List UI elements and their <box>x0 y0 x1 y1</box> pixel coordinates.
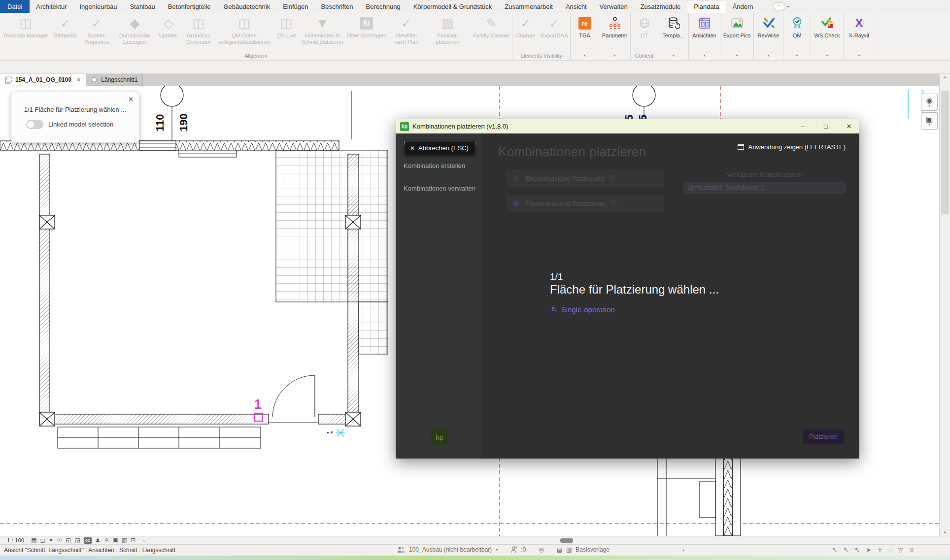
change-button[interactable]: ✓Change <box>512 13 539 52</box>
tab-zusammenarbeit[interactable]: Zusammenarbeit <box>498 0 559 13</box>
tab-zusatzmodule[interactable]: Zusatzmodule <box>634 0 687 13</box>
dialog-titlebar[interactable]: kp Kombinationen platzieren (v1.8.0) – □… <box>396 119 859 133</box>
family-cleaner-button[interactable]: ✎Family Cleaner <box>471 13 512 52</box>
scale-button[interactable]: 1 : 100 <box>7 537 24 543</box>
grundriss-generator-button[interactable]: ◫Grundriss Generator <box>182 13 215 52</box>
collapse-bar-icon[interactable]: ‹ <box>143 537 145 543</box>
view-tab-plan[interactable]: 154_A_01_OG_0100 ✕ <box>0 74 86 86</box>
combination-list-item[interactable]: Lichtschalter_Steckdosen_2 <box>683 182 846 194</box>
tab-gebaeudetechnik[interactable]: Gebäudetechnik <box>217 0 276 13</box>
select-pinned-icon[interactable]: ↖ <box>854 546 860 554</box>
sun-path-icon[interactable]: ✶ <box>48 537 53 544</box>
tab-berechnung[interactable]: Berechnung <box>360 0 407 13</box>
template-manager-button[interactable]: ◫Template Manager <box>0 13 51 52</box>
scroll-down-icon[interactable]: ▼ <box>940 530 950 535</box>
reveal-hidden-icon[interactable]: ♟ <box>95 537 101 544</box>
tab-datei[interactable]: Datei <box>0 0 30 13</box>
tab-stahlbau[interactable]: Stahlbau <box>123 0 161 13</box>
vertical-scrollbar-thumb[interactable] <box>941 91 949 214</box>
close-icon[interactable]: ✕ <box>839 123 859 130</box>
show-crop-icon[interactable]: ◲ <box>75 537 80 544</box>
bimpedia-button[interactable]: ✓BIMpedia <box>51 13 80 52</box>
dropdown-caret-icon[interactable]: ▾ <box>720 52 753 60</box>
ansichten-button[interactable]: Ansichten <box>689 13 720 52</box>
close-tab-icon[interactable]: ✕ <box>76 77 81 83</box>
option-ebenenbasiert[interactable]: Ebenenbasierte Platzierung ⓘ <box>507 169 664 187</box>
shadows-icon[interactable]: ☉ <box>57 537 63 544</box>
maximize-icon[interactable]: □ <box>816 123 836 130</box>
pin-icon[interactable]: ◎ <box>539 546 543 553</box>
filter-icon[interactable]: ▽ <box>898 546 903 554</box>
dropdown-caret-icon[interactable]: ▾ <box>844 52 875 60</box>
minimize-icon[interactable]: – <box>793 123 813 130</box>
active-workset[interactable]: 100_Ausbau (nicht bearbeitbar) <box>409 546 492 553</box>
updater-button[interactable]: ◇Updater <box>155 13 182 52</box>
system-properties-button[interactable]: ✓System Properties <box>80 13 114 52</box>
tab-verwalten[interactable]: Verwalten <box>593 0 634 13</box>
tab-aendern[interactable]: Ändern <box>726 0 760 13</box>
ribbon-collapse-icon[interactable]: ⌃ <box>773 2 785 10</box>
platzieren-button[interactable]: Platzieren <box>803 429 844 444</box>
tab-einfuegen[interactable]: Einfügen <box>276 0 314 13</box>
show-application-button[interactable]: Anwendung zeigen (LEERTASTE) <box>738 143 846 151</box>
dropdown-caret-icon[interactable]: ▾ <box>783 52 811 60</box>
dropdown-caret-icon[interactable]: ▾ <box>811 52 843 60</box>
export-pics-button[interactable]: Export Pics <box>720 13 753 52</box>
qs-live-button[interactable]: ◫QS-Live <box>273 13 300 52</box>
sidebar-item-erstellen[interactable]: Kombination erstellen <box>404 162 465 169</box>
reveal-constraints-icon[interactable]: ▥ <box>122 537 127 544</box>
dropdown-caret-icon[interactable]: ▾ <box>754 52 783 60</box>
option-flaechenbasiert[interactable]: Flächenbasierte Platzierung ⓘ <box>507 195 664 212</box>
design-options-list-icon[interactable]: ▤ <box>557 546 562 553</box>
temporary-view-properties-icon[interactable]: ♙ <box>104 537 109 544</box>
scroll-up-icon[interactable]: ▲ <box>940 75 950 79</box>
x-rayvit-button[interactable]: XX-Rayvit <box>844 13 875 52</box>
select-by-face-icon[interactable]: ➤ <box>866 546 871 554</box>
exportdna-button[interactable]: ✓ExportDNA <box>539 13 570 52</box>
select-links-icon[interactable]: ↖ <box>832 546 838 554</box>
temporary-hide-isolate-icon[interactable]: oo <box>84 537 92 544</box>
info-icon[interactable]: ⓘ <box>611 199 616 208</box>
dropdown-caret-icon[interactable]: ▾ <box>658 52 688 60</box>
selection-set-icon[interactable]: ◌ <box>888 546 892 554</box>
dropdown-caret-icon[interactable]: ▾ <box>599 52 630 60</box>
single-operation-link[interactable]: ↻ Single-operation <box>551 305 615 314</box>
tab-betonfertigteile[interactable]: Betonfertigteile <box>162 0 217 13</box>
radio-unselected-icon[interactable] <box>513 175 519 182</box>
parameter-button[interactable]: Parameter <box>599 13 630 52</box>
tab-koerpermodell[interactable]: Körpermodell & Grundstück <box>407 0 499 13</box>
view-tab-laengsschnitt[interactable]: Längsschnitt1 <box>86 74 143 86</box>
tab-ansicht[interactable]: Ansicht <box>559 0 593 13</box>
crop-view-icon[interactable]: ◱ <box>66 537 71 544</box>
ws-check-button[interactable]: WS Check <box>811 13 843 52</box>
sidebar-item-verwalten[interactable]: Kombinationen verwalten <box>404 185 475 192</box>
ct-button[interactable]: CT <box>631 13 658 52</box>
qm-daten-button[interactable]: ◫QM Daten anlegen/aktualisieren <box>215 13 273 52</box>
dropdown-caret-icon[interactable]: ▾ <box>928 123 930 127</box>
tab-ingenieurbau[interactable]: Ingenieurbau <box>73 0 124 13</box>
tab-beschriften[interactable]: Beschriften <box>314 0 359 13</box>
drag-on-selection-icon[interactable]: ✛ <box>877 546 882 554</box>
radio-selected-icon[interactable] <box>513 200 519 207</box>
horizontal-scrollbar-thumb[interactable] <box>560 538 573 543</box>
ribbon-collapse-caret-icon[interactable]: ▾ <box>787 4 789 9</box>
dropdown-caret-icon[interactable]: ▾ <box>682 548 684 553</box>
dropdown-caret-icon[interactable]: ▾ <box>496 548 498 552</box>
qm-button[interactable]: QM <box>783 13 811 52</box>
filter-uebertragen-button[interactable]: füFilter übertragen <box>345 13 388 52</box>
worksharing-display-icon[interactable]: ▣ <box>113 537 118 544</box>
visual-style-icon[interactable]: ◻ <box>40 537 45 544</box>
active-design-option[interactable]: Basisvorlage <box>576 546 610 553</box>
tab-architektur[interactable]: Architektur <box>30 0 73 13</box>
dropdown-caret-icon[interactable]: ▾ <box>928 104 930 108</box>
selection-box-icon[interactable]: ⊡ <box>131 537 136 544</box>
hoehenkoten-button[interactable]: ▼Höhenkoten in Schnitt platzieren <box>300 13 345 52</box>
info-icon[interactable]: ⓘ <box>610 174 616 183</box>
view-cube-button[interactable]: ▣▾ <box>921 112 938 130</box>
close-icon[interactable]: ✕ <box>128 96 134 103</box>
tga-button[interactable]: reTGA <box>571 13 599 52</box>
familien-platzieren-button[interactable]: ▨Familien platzieren <box>425 13 471 52</box>
select-underlay-icon[interactable]: ↖ <box>843 546 848 554</box>
linked-model-toggle[interactable] <box>26 120 43 129</box>
vertical-scrollbar[interactable]: ▲ ▼ <box>939 74 950 536</box>
